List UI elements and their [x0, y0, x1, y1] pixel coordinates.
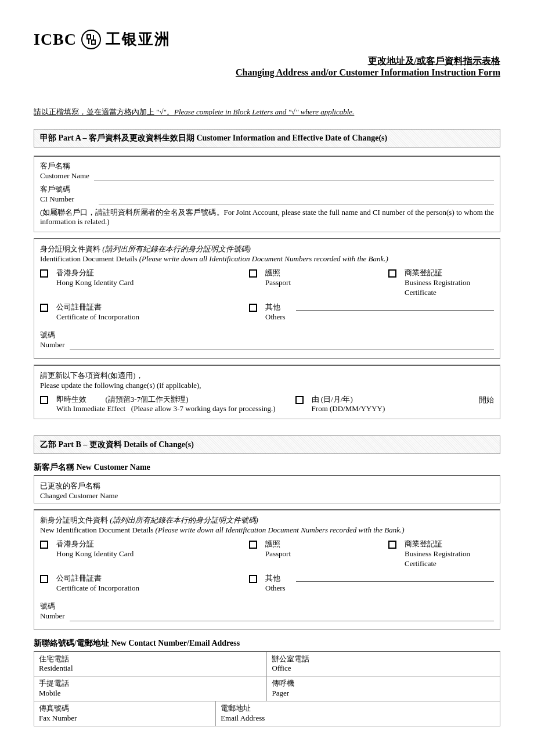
new-passport-label: 護照Passport	[265, 539, 291, 559]
logo-brand-cn: 工银亚洲	[106, 29, 171, 49]
checkbox-new-others[interactable]	[249, 575, 257, 583]
form-title: 更改地址及/或客戶資料指示表格 Changing Address and/or …	[34, 55, 500, 78]
logo-row: ICBC 工银亚洲	[34, 29, 500, 49]
mobile-cell[interactable]: 手提電話Mobile	[34, 676, 267, 701]
ci-number-input[interactable]	[99, 196, 494, 204]
from-date-label: 由 (日/月/年)From (DD/MM/YYYY)	[312, 395, 471, 415]
form-title-cn: 更改地址及/或客戶資料指示表格	[34, 55, 500, 67]
customer-name-input[interactable]	[94, 173, 494, 181]
immediate-label: 即時生效 (請預留3-7個工作天辦理) With Immediate Effec…	[56, 395, 276, 415]
contact-table: 住宅電話Residential 辦公室電話Office 手提電話Mobile 傳…	[34, 651, 500, 726]
checkbox-coi[interactable]	[40, 304, 48, 312]
joint-account-note: (如屬聯名戶口，請註明資料所屬者的全名及客戶號碼。For Joint Accou…	[40, 208, 494, 228]
checkbox-new-passport[interactable]	[249, 541, 257, 549]
part-a-header: 甲部 Part A – 客戶資料及更改資料生效日期 Customer Infor…	[34, 129, 500, 147]
part-b-box-1: 已更改的客戶名稱Changed Customer Name	[34, 475, 500, 503]
checkbox-hkid[interactable]	[40, 269, 48, 278]
number-label: 號碼Number	[40, 330, 65, 350]
checkbox-brc[interactable]	[388, 269, 396, 278]
new-customer-name-heading: 新客戶名稱 New Customer Name	[34, 462, 500, 473]
form-title-en: Changing Address and/or Customer Informa…	[34, 67, 500, 78]
part-a-box-2: 身分証明文件資料 (請列出所有紀錄在本行的身分証明文件號碼) Identific…	[34, 238, 500, 358]
customer-name-label: 客戶名稱Customer Name	[40, 161, 89, 181]
logo-symbol	[81, 30, 101, 49]
part-b-box-2: 新身分証明文件資料 (請列出所有紀錄在本行的身分証明文件號碼) New Iden…	[34, 509, 500, 629]
new-contact-heading: 新聯絡號碼/電郵地址 New Contact Number/Email Addr…	[34, 638, 500, 649]
checkbox-new-coi[interactable]	[40, 575, 48, 583]
new-id-doc-heading: 新身分証明文件資料 (請列出所有紀錄在本行的身分証明文件號碼) New Iden…	[40, 515, 494, 535]
checkbox-passport[interactable]	[249, 269, 257, 278]
new-others-input[interactable]	[296, 574, 494, 582]
new-number-label: 號碼Number	[40, 602, 65, 621]
update-instruction: 請更新以下各項資料(如適用)，Please update the followi…	[40, 370, 494, 390]
part-a-box-3: 請更新以下各項資料(如適用)，Please update the followi…	[34, 365, 500, 420]
start-label: 開始	[479, 395, 494, 405]
id-doc-heading: 身分証明文件資料 (請列出所有紀錄在本行的身分証明文件號碼) Identific…	[40, 244, 494, 264]
instruction-line: 請以正楷填寫，並在適當方格內加上 "√"。Please complete in …	[34, 107, 500, 117]
checkbox-from-date[interactable]	[295, 396, 304, 404]
new-others-label: 其他Others	[265, 574, 286, 593]
checkbox-new-brc[interactable]	[388, 541, 396, 549]
others-label: 其他Others	[265, 303, 286, 322]
new-hkid-label: 香港身分証Hong Kong Identity Card	[56, 539, 134, 559]
checkbox-new-hkid[interactable]	[40, 541, 48, 549]
office-cell[interactable]: 辦公室電話Office	[267, 651, 500, 676]
residential-cell[interactable]: 住宅電話Residential	[34, 651, 267, 676]
new-number-input[interactable]	[70, 613, 494, 621]
part-a-box-1: 客戶名稱Customer Name 客戶號碼CI Number (如屬聯名戶口，…	[34, 156, 500, 232]
number-input[interactable]	[70, 342, 494, 350]
checkbox-immediate[interactable]	[40, 396, 48, 404]
email-cell[interactable]: 電郵地址Email Address	[216, 701, 500, 726]
new-brc-label: 商業登記証Business Registration Certificate	[405, 539, 494, 569]
part-b-header: 乙部 Part B – 更改資料 Details of Change(s)	[34, 435, 500, 454]
new-coi-label: 公司註冊証書Certificate of Incorporation	[56, 574, 139, 593]
ci-number-label: 客戶號碼CI Number	[40, 185, 74, 204]
svg-rect-0	[87, 35, 91, 39]
brc-label: 商業登記証Business Registration Certificate	[405, 268, 494, 298]
logo-brand: ICBC	[34, 30, 77, 49]
hkid-label: 香港身分証Hong Kong Identity Card	[56, 268, 134, 288]
coi-label: 公司註冊証書Certificate of Incorporation	[56, 303, 139, 322]
checkbox-others[interactable]	[249, 304, 257, 312]
fax-cell[interactable]: 傳真號碼Fax Number	[34, 701, 216, 726]
others-input[interactable]	[296, 303, 494, 311]
svg-rect-1	[92, 40, 95, 44]
pager-cell[interactable]: 傳呼機Pager	[267, 676, 500, 701]
changed-name-label: 已更改的客戶名稱Changed Customer Name	[40, 481, 494, 501]
passport-label: 護照Passport	[265, 268, 291, 288]
